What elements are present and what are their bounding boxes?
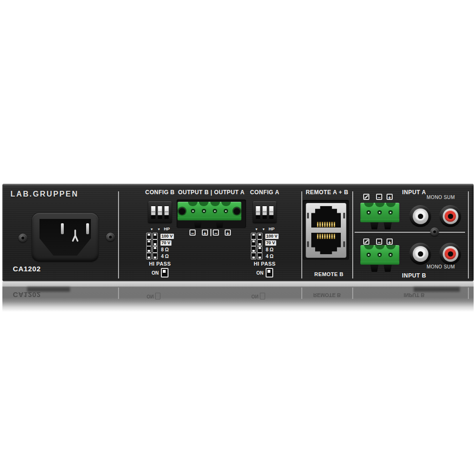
bezel-clip xyxy=(343,213,345,218)
screw-icon xyxy=(106,233,115,241)
input-section: INPUT A MONO SUM − + xyxy=(352,184,469,281)
ac-power-inlet xyxy=(32,213,99,262)
connector-latch xyxy=(384,265,392,272)
model-number: CA1202 xyxy=(13,265,41,273)
connector-latch xyxy=(370,222,378,229)
divider-reflection xyxy=(468,288,469,299)
mini-switch-icon xyxy=(257,253,262,259)
rca-jack-red-input-b[interactable] xyxy=(439,243,461,265)
bezel-clip xyxy=(307,241,309,247)
wire-port xyxy=(364,245,374,249)
dip-switch-1[interactable] xyxy=(151,206,156,219)
terminal-screw[interactable] xyxy=(178,208,186,215)
rca-jack-red-input-a[interactable] xyxy=(439,205,461,227)
legend-row-8ohm: 8 Ω xyxy=(146,246,174,253)
down-arrows-icon: ▼ ▼ xyxy=(150,228,162,231)
config-a-section: CONFIG A ▼ ▼ HP 100 V 70 V xyxy=(229,184,300,281)
mini-switch-icon xyxy=(257,233,262,239)
dip-switch-1[interactable] xyxy=(256,206,260,219)
terminal-pin xyxy=(224,209,228,213)
hi-pass-on-row: ON xyxy=(229,268,300,278)
mini-switch-icon xyxy=(146,253,151,259)
product-photo-lab-gruppen-amplifier: LAB.GRUPPEN CA1202 CONFIG B ▼ ▼ HP xyxy=(0,0,476,476)
channel-separator xyxy=(210,229,211,236)
config-legend: 100 V 70 V 8 Ω 4 Ω xyxy=(146,233,174,259)
input-b-reflection: INPUT B xyxy=(383,292,445,298)
brand-logo: LAB.GRUPPEN xyxy=(10,190,79,198)
legend-header: ▼ ▼ HP xyxy=(150,227,169,231)
plus-icon: + xyxy=(387,238,393,245)
input-section-divider xyxy=(355,232,465,233)
on-reflection: ON xyxy=(147,293,160,299)
mini-switch-icon xyxy=(257,239,262,246)
legend-row-100v: 100 V xyxy=(251,233,278,239)
config-a-title: CONFIG A xyxy=(229,189,300,196)
input-b-phoenix-connector[interactable] xyxy=(360,245,399,265)
mono-sum-label: MONO SUM xyxy=(423,264,459,269)
plus-icon: + xyxy=(202,229,208,236)
down-arrows-icon: ▼ ▼ xyxy=(255,228,267,231)
connector-base xyxy=(360,219,399,222)
minus-icon: − xyxy=(189,229,196,236)
legend-row-4ohm: 4 Ω xyxy=(146,253,174,259)
input-a-phoenix-connector[interactable] xyxy=(360,203,399,222)
rca-jack-white-input-a[interactable] xyxy=(409,205,431,227)
on-switch-icon xyxy=(266,268,273,278)
rca-jack-white-input-b[interactable] xyxy=(409,243,431,265)
plus-icon: + xyxy=(387,194,393,200)
on-label: ON xyxy=(152,270,159,276)
mini-switch-icon xyxy=(251,253,256,259)
chassis-ground-icon xyxy=(363,238,369,245)
input-b-title: INPUT B xyxy=(378,272,450,279)
terminal-pin xyxy=(377,210,382,215)
remote-b-label: REMOTE B xyxy=(298,271,359,277)
mono-sum-label: MONO SUM xyxy=(423,195,459,200)
dip-switch-2[interactable] xyxy=(158,206,162,219)
foot-reflection xyxy=(414,287,460,292)
wire-port xyxy=(188,202,198,206)
dip-switch-2[interactable] xyxy=(263,206,267,219)
legend-label: 100 V xyxy=(160,234,174,239)
wire-port xyxy=(375,203,385,207)
iec-line-pin xyxy=(61,223,64,234)
minus-icon: − xyxy=(213,229,219,236)
wire-port xyxy=(364,203,374,207)
legend-row-70v: 70 V xyxy=(146,239,174,246)
rj45-bezel xyxy=(306,203,347,258)
divider-reflection xyxy=(118,288,119,299)
iec-c14-recess xyxy=(40,219,91,256)
wire-port xyxy=(386,245,396,249)
legend-label: 70 V xyxy=(160,240,171,246)
mini-switch-icon xyxy=(146,233,151,239)
dip-switch-block[interactable] xyxy=(253,201,277,223)
legend-label: 100 V xyxy=(265,234,278,239)
connector-latch xyxy=(194,221,202,228)
connector-latch xyxy=(216,221,224,228)
dip-switch-3[interactable] xyxy=(269,206,274,219)
dip-switch-block[interactable] xyxy=(149,201,172,223)
legend-row-8ohm: 8 Ω xyxy=(251,246,278,253)
rj45-pins xyxy=(317,222,335,227)
mini-switch-icon xyxy=(152,233,158,239)
model-number-reflection: CA1202 xyxy=(13,291,41,299)
dip-switch-3[interactable] xyxy=(165,206,169,219)
table-reflection: CA1202 ON ON REMOTE B INPUT B xyxy=(2,281,474,312)
terminal-pin xyxy=(213,209,217,213)
hp-label: HP xyxy=(164,227,170,231)
screw-icon xyxy=(19,234,27,242)
legend-header: ▼ ▼ HP xyxy=(255,227,274,231)
config-legend: 100 V 70 V 8 Ω 4 Ω xyxy=(251,233,278,259)
connector-latch xyxy=(384,222,392,229)
mini-switch-icon xyxy=(251,246,256,253)
connector-latch xyxy=(370,265,378,272)
legend-row-4ohm: 4 Ω xyxy=(251,253,278,259)
legend-row-70v: 70 V xyxy=(251,239,278,246)
section-divider xyxy=(118,191,119,278)
mini-switch-icon xyxy=(146,239,151,246)
terminal-pin xyxy=(388,210,393,215)
remote-b-reflection: REMOTE B xyxy=(296,292,358,298)
iec-ground-pin xyxy=(71,229,79,242)
bezel-clip xyxy=(307,213,309,218)
mini-switch-icon xyxy=(152,253,158,259)
terminal-pin xyxy=(202,209,206,213)
